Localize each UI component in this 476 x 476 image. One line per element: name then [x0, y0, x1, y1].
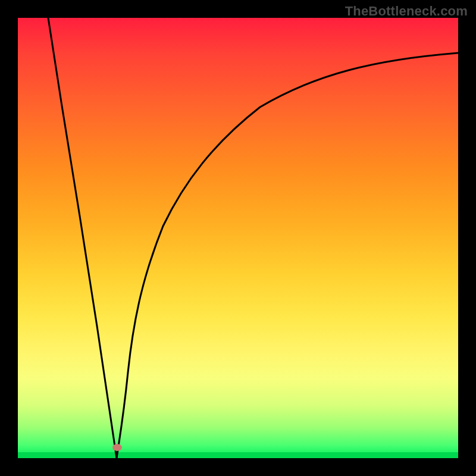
watermark-text: TheBottleneck.com: [345, 4, 468, 19]
optimal-point-marker: [112, 444, 122, 451]
curve-svg: [18, 18, 458, 458]
plot-area: [18, 18, 458, 458]
bottleneck-curve-right: [117, 53, 458, 458]
chart-frame: TheBottleneck.com: [0, 0, 476, 476]
bottleneck-curve-left: [48, 18, 117, 458]
